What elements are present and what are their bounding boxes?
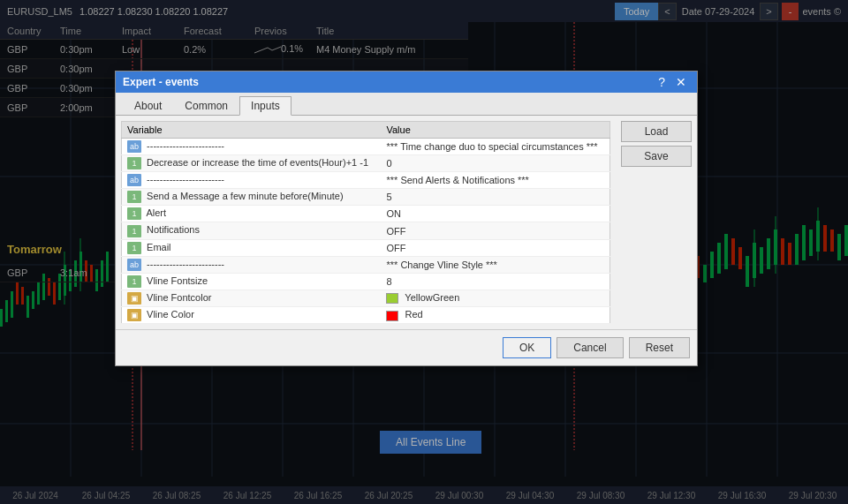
table-row-sep2: ab ------------------------ *** Send Ale…	[122, 172, 610, 189]
color-swatch-fontcolor	[386, 293, 398, 304]
var-name-4: 1 Send a Message a few minute before(Min…	[122, 189, 382, 206]
var-name-11: ▣ Vline Color	[122, 306, 382, 323]
tab-inputs[interactable]: Inputs	[239, 96, 292, 116]
cancel-button[interactable]: Cancel	[556, 337, 623, 358]
type-icon-num4: 1	[127, 191, 141, 203]
color-swatch-vlinecolor	[386, 311, 398, 321]
var-label-9: Vline Fontsize	[147, 275, 208, 286]
var-name-5: 1 Alert	[122, 206, 382, 222]
type-icon-num5: 1	[127, 207, 141, 220]
type-icon-num7: 1	[127, 242, 141, 254]
reset-button[interactable]: Reset	[629, 337, 690, 358]
ok-button[interactable]: OK	[503, 337, 551, 358]
type-icon-ab3: ab	[127, 259, 141, 271]
var-value-11: Red	[381, 306, 610, 323]
table-row-9: 1 Vline Fontsize 8	[122, 273, 610, 290]
table-row-6: 1 Notifications OFF	[122, 222, 610, 239]
var-dashes-1: ------------------------	[147, 140, 224, 151]
type-icon-num2: 1	[127, 157, 141, 169]
var-name-sep1: ab ------------------------	[122, 139, 382, 155]
var-name-2: 1 Decrease or increase the time of event…	[122, 155, 382, 172]
table-row-sep1: ab ------------------------ *** Time cha…	[122, 139, 610, 155]
var-dashes-2: ------------------------	[147, 174, 224, 184]
dialog-body: Variable Value ab ----------------------…	[116, 116, 697, 329]
type-icon-ab2: ab	[127, 174, 141, 186]
var-value-2: 0	[381, 155, 610, 172]
tab-common[interactable]: Common	[173, 96, 239, 115]
table-row-5: 1 Alert ON	[122, 206, 610, 222]
type-icon-ab1: ab	[127, 140, 141, 153]
dialog-title: Expert - events	[123, 76, 199, 88]
dialog-titlebar: Expert - events ? ✕	[116, 71, 697, 93]
var-label-7: Email	[147, 242, 171, 252]
var-label-4: Send a Message a few minute before(Minut…	[147, 191, 344, 201]
col-variable: Variable	[122, 122, 382, 139]
var-value-sep2: *** Send Alerts & Notifications ***	[381, 172, 610, 189]
type-icon-clr11: ▣	[127, 309, 141, 321]
var-value-sep1: *** Time change duo to special circumsta…	[381, 139, 610, 155]
var-label-11: Vline Color	[147, 309, 194, 320]
table-row-10: ▣ Vline Fontcolor YellowGreen	[122, 290, 610, 306]
var-name-9: 1 Vline Fontsize	[122, 273, 382, 290]
save-button[interactable]: Save	[621, 146, 692, 167]
var-label-5: Alert	[146, 207, 166, 218]
var-name-6: 1 Notifications	[122, 222, 382, 239]
var-label-10: Vline Fontcolor	[147, 292, 211, 303]
variables-table: Variable Value ab ----------------------…	[121, 121, 610, 324]
load-button[interactable]: Load	[621, 121, 692, 142]
type-icon-clr10: ▣	[127, 292, 141, 305]
dialog-side-buttons: Load Save	[616, 116, 697, 329]
var-value-sep3: *** Change Vline Style ***	[381, 256, 610, 273]
table-row-4: 1 Send a Message a few minute before(Min…	[122, 189, 610, 206]
var-label-6: Notifications	[147, 224, 200, 235]
tab-about[interactable]: About	[123, 96, 173, 115]
var-dashes-3: ------------------------	[147, 259, 224, 269]
dialog-table-area: Variable Value ab ----------------------…	[116, 116, 616, 329]
dialog-expert-events: Expert - events ? ✕ About Common Inputs …	[115, 71, 698, 366]
table-row-sep3: ab ------------------------ *** Change V…	[122, 256, 610, 273]
table-row-7: 1 Email OFF	[122, 239, 610, 256]
type-icon-num9: 1	[127, 275, 141, 288]
var-value-6: OFF	[381, 222, 610, 239]
dialog-tabs: About Common Inputs	[116, 93, 697, 116]
table-row-2: 1 Decrease or increase the time of event…	[122, 155, 610, 172]
dialog-help-button[interactable]: ?	[655, 76, 669, 88]
type-icon-num6: 1	[127, 225, 141, 237]
table-row-11: ▣ Vline Color Red	[122, 306, 610, 323]
var-value-10: YellowGreen	[381, 290, 610, 306]
var-name-10: ▣ Vline Fontcolor	[122, 290, 382, 306]
dialog-close-button[interactable]: ✕	[672, 76, 690, 88]
dialog-bottom: OK Cancel Reset	[116, 329, 697, 365]
dialog-titlebar-actions: ? ✕	[655, 76, 690, 88]
var-value-9: 8	[381, 273, 610, 290]
var-value-5: ON	[381, 206, 610, 222]
col-value: Value	[381, 122, 610, 139]
var-value-4: 5	[381, 189, 610, 206]
var-name-7: 1 Email	[122, 239, 382, 256]
var-value-7: OFF	[381, 239, 610, 256]
var-name-sep3: ab ------------------------	[122, 256, 382, 273]
var-name-sep2: ab ------------------------	[122, 172, 382, 189]
var-label-2: Decrease or increase the time of events(…	[147, 157, 368, 168]
